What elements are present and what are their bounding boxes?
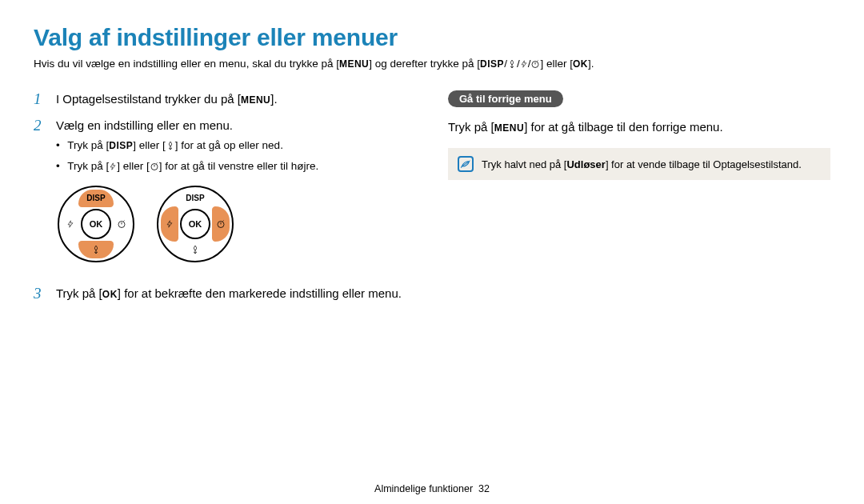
- sub1-pre: Tryk på [: [67, 139, 109, 151]
- menu-key-label: MENU: [241, 94, 270, 106]
- left-column: 1 I Optagelsestilstand trykker du på [ME…: [34, 90, 416, 311]
- step-3-pre: Tryk på [: [56, 286, 102, 300]
- rtext-pre: Tryk på [: [448, 120, 494, 134]
- intro-pre: Hvis du vil vælge en indstilling eller e…: [34, 58, 339, 70]
- timer-icon: [150, 160, 159, 176]
- dial-disp-label: DISP: [78, 190, 114, 207]
- timer-icon: [530, 59, 540, 71]
- step-1-post: ].: [270, 92, 277, 106]
- note-bold: Udløser: [566, 158, 605, 170]
- note-icon: [458, 156, 474, 172]
- rtext-post: ] for at gå tilbage til den forrige menu…: [524, 120, 722, 134]
- footer-page: 32: [478, 483, 490, 494]
- flash-icon: [161, 206, 178, 242]
- macro-icon: [507, 59, 517, 71]
- flash-icon: [520, 59, 528, 71]
- sub2-mid: ] eller [: [117, 160, 150, 172]
- intro-mid: ] og derefter trykke på [: [369, 58, 480, 70]
- dial-disp-label: DISP: [178, 190, 213, 207]
- dial-diagrams: DISP OK DISP: [58, 186, 318, 262]
- dial-ok-button: OK: [81, 209, 111, 239]
- step-2-sub1: Tryk på [DISP] eller [] for at gå op ell…: [56, 138, 318, 155]
- intro-text: Hvis du vil vælge en indstilling eller e…: [34, 58, 830, 71]
- page-footer: Almindelige funktioner 32: [0, 483, 864, 494]
- back-menu-pill: Gå til forrige menu: [448, 90, 563, 107]
- note-box: Tryk halvt ned på [Udløser] for at vende…: [448, 148, 830, 180]
- step-3: 3 Tryk på [OK] for at bekræfte den marke…: [34, 285, 416, 303]
- ok-key-label: OK: [102, 289, 118, 300]
- macro-icon: [78, 241, 114, 258]
- sub2-pre: Tryk på [: [67, 160, 109, 172]
- note-pre: Tryk halvt ned på [: [482, 158, 566, 170]
- step-number: 2: [34, 117, 45, 277]
- page-title: Valg af indstillinger eller menuer: [34, 24, 830, 51]
- note-post: ] for at vende tilbage til Optagelsestil…: [606, 158, 802, 170]
- disp-key-label: DISP: [109, 140, 133, 151]
- step-number: 3: [34, 285, 45, 303]
- macro-icon: [166, 139, 175, 155]
- sub1-mid: ] eller [: [133, 139, 166, 151]
- flash-icon: [109, 160, 117, 176]
- step-1-pre: I Optagelsestilstand trykker du på [: [56, 92, 241, 106]
- sub2-post: ] for at gå til venstre eller til højre.: [159, 160, 319, 172]
- flash-icon: [62, 206, 79, 242]
- note-text: Tryk halvt ned på [Udløser] for at vende…: [482, 158, 802, 170]
- ok-key-label: OK: [573, 58, 588, 70]
- macro-icon: [178, 241, 213, 258]
- right-column: Gå til forrige menu Tryk på [MENU] for a…: [448, 90, 830, 180]
- dial-horizontal: DISP OK: [157, 186, 234, 262]
- dial-vertical: DISP OK: [58, 186, 134, 262]
- disp-key-label: DISP: [480, 58, 504, 70]
- back-menu-text: Tryk på [MENU] for at gå tilbage til den…: [448, 118, 830, 137]
- step-3-post: ] for at bekræfte den markerede indstill…: [118, 286, 402, 300]
- menu-key-label: MENU: [494, 122, 524, 134]
- sub1-post: ] for at gå op eller ned.: [175, 139, 283, 151]
- timer-icon: [113, 206, 130, 242]
- step-number: 1: [34, 90, 45, 109]
- timer-icon: [212, 206, 230, 242]
- dial-ok-button: OK: [180, 209, 210, 239]
- intro-end: ].: [588, 58, 594, 70]
- step-2: 2 Vælg en indstilling eller en menu. Try…: [34, 117, 416, 277]
- step-2-text: Vælg en indstilling eller en menu.: [56, 118, 233, 132]
- menu-key-label: MENU: [339, 58, 369, 70]
- step-1: 1 I Optagelsestilstand trykker du på [ME…: [34, 90, 416, 109]
- intro-post: ] eller [: [540, 58, 573, 70]
- footer-label: Almindelige funktioner: [374, 483, 473, 494]
- step-2-sub2: Tryk på [] eller [] for at gå til venstr…: [56, 158, 318, 176]
